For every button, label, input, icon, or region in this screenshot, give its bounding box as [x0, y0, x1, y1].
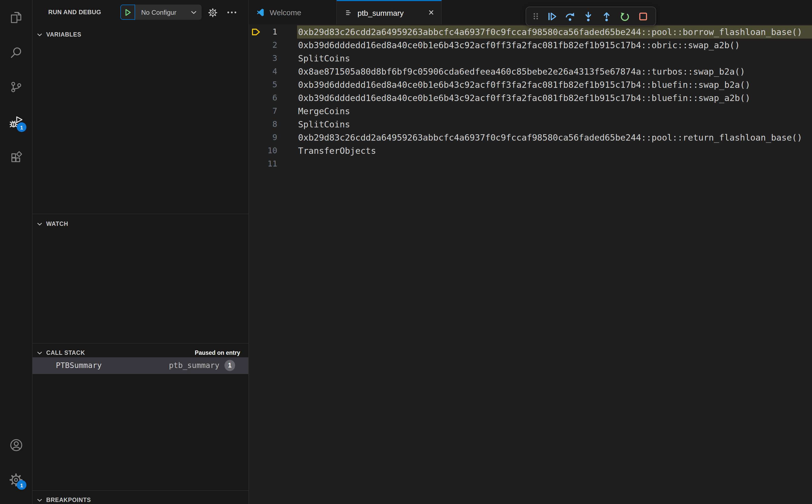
tab-label: ptb_summary: [357, 8, 404, 17]
tab-label: Welcome: [270, 8, 301, 16]
code-text: 0x8ae871505a80d8bf6bf9c05906cda6edfeea46…: [298, 66, 745, 77]
vscode-logo-icon: [256, 8, 265, 16]
breakpoints-section-label: BREAKPOINTS: [46, 497, 91, 503]
variables-section-label: VARIABLES: [46, 31, 81, 38]
code-text: 0xb39d6dddedd16ed8a40ce0b1e6b43c92acf0ff…: [298, 40, 740, 50]
code-line[interactable]: 20xb39d6dddedd16ed8a40ce0b1e6b43c92acf0f…: [249, 39, 812, 52]
call-stack-section-label: CALL STACK: [46, 350, 85, 356]
code-text: MergeCoins: [298, 106, 350, 116]
section-divider: [32, 490, 248, 491]
code-text: 0xb39d6dddedd16ed8a40ce0b1e6b43c92acf0ff…: [298, 93, 750, 103]
code-line[interactable]: 10xb29d83c26cdd2a64959263abbcfc4a6937f0c…: [249, 25, 812, 39]
continue-button[interactable]: [543, 7, 561, 25]
files-icon: [9, 10, 23, 25]
start-debug-button[interactable]: [120, 5, 135, 20]
close-icon[interactable]: ×: [426, 8, 436, 18]
code-line[interactable]: 11: [249, 157, 812, 171]
code-text: TransferObjects: [298, 146, 376, 156]
activity-explorer-button[interactable]: [0, 1, 32, 33]
gear-icon: [207, 7, 218, 18]
variables-section-header[interactable]: VARIABLES: [32, 28, 81, 41]
stop-icon: [638, 11, 649, 22]
ellipsis-icon: [227, 11, 236, 13]
tab-ptb-summary[interactable]: ptb_summary ×: [337, 0, 442, 24]
frame-badge: 1: [224, 360, 235, 371]
line-number[interactable]: 10: [249, 144, 277, 157]
activity-search-button[interactable]: [0, 36, 32, 69]
chevron-down-icon: [37, 33, 42, 36]
activity-bar: 1 1: [0, 0, 32, 504]
search-icon: [9, 45, 23, 60]
settings-badge: 1: [17, 480, 26, 490]
code-line[interactable]: 50xb39d6dddedd16ed8a40ce0b1e6b43c92acf0f…: [249, 78, 812, 91]
step-out-icon: [601, 11, 612, 22]
breakpoints-section-header[interactable]: BREAKPOINTS: [32, 493, 91, 504]
line-number[interactable]: 8: [249, 118, 277, 131]
restart-icon: [620, 11, 631, 22]
activity-account-button[interactable]: [0, 429, 32, 461]
source-control-icon: [9, 79, 23, 94]
code-line[interactable]: 60xb39d6dddedd16ed8a40ce0b1e6b43c92acf0f…: [249, 91, 812, 105]
code-line[interactable]: 8SplitCoins: [249, 118, 812, 131]
line-number[interactable]: 9: [249, 131, 277, 144]
activity-settings-button[interactable]: 1: [0, 463, 32, 496]
call-stack-frame-row[interactable]: PTBSummary ptb_summary 1: [32, 357, 248, 374]
line-number[interactable]: 2: [249, 39, 277, 52]
line-number[interactable]: 6: [249, 91, 277, 105]
restart-button[interactable]: [616, 7, 634, 25]
account-icon: [8, 438, 24, 453]
config-dropdown[interactable]: No Configur: [135, 5, 202, 20]
frame-source: ptb_summary: [169, 357, 219, 374]
step-out-button[interactable]: [598, 7, 616, 25]
chevron-down-icon: [37, 351, 42, 355]
debug-settings-button[interactable]: [207, 7, 218, 18]
code-line[interactable]: 10TransferObjects: [249, 144, 812, 157]
line-number[interactable]: 3: [249, 52, 277, 65]
watch-section-label: WATCH: [46, 221, 68, 227]
line-number[interactable]: 11: [249, 157, 277, 171]
line-number[interactable]: 7: [249, 105, 277, 118]
editor-area: Welcome ptb_summary ×: [249, 0, 812, 504]
section-divider: [32, 343, 248, 344]
debug-toolbar: [526, 7, 656, 26]
tab-welcome[interactable]: Welcome: [249, 0, 337, 24]
list-icon: [345, 9, 353, 17]
step-over-button[interactable]: [561, 7, 579, 25]
step-over-icon: [565, 11, 575, 22]
config-dropdown-value: No Configur: [141, 8, 191, 16]
launch-config-control: No Configur: [120, 5, 202, 20]
code-editor[interactable]: 10xb29d83c26cdd2a64959263abbcfc4a6937f0c…: [249, 24, 812, 504]
toolbar-drag-handle[interactable]: [529, 7, 543, 25]
stop-button[interactable]: [634, 7, 653, 25]
grip-dots-icon: [532, 12, 540, 20]
line-number[interactable]: 4: [249, 65, 277, 78]
code-text: SplitCoins: [298, 53, 350, 63]
debug-badge: 1: [17, 122, 26, 132]
activity-run-debug-button[interactable]: 1: [0, 106, 32, 138]
activity-source-control-button[interactable]: [0, 71, 32, 103]
line-number[interactable]: 5: [249, 78, 277, 91]
extensions-icon: [9, 149, 23, 164]
frame-name: PTBSummary: [56, 357, 102, 374]
code-line[interactable]: 40x8ae871505a80d8bf6bf9c05906cda6edfeea4…: [249, 65, 812, 78]
play-icon: [124, 8, 131, 16]
views-more-actions-button[interactable]: [226, 8, 237, 16]
code-text: 0xb29d83c26cdd2a64959263abbcfc4a6937f0c9…: [298, 132, 802, 143]
activity-extensions-button[interactable]: [0, 140, 32, 173]
code-line[interactable]: 90xb29d83c26cdd2a64959263abbcfc4a6937f0c…: [249, 131, 812, 144]
code-text: 0xb39d6dddedd16ed8a40ce0b1e6b43c92acf0ff…: [298, 80, 750, 90]
line-number[interactable]: 1: [249, 25, 277, 39]
chevron-down-icon: [37, 498, 42, 502]
sidebar-title: RUN AND DEBUG: [48, 0, 101, 24]
code-line[interactable]: 7MergeCoins: [249, 105, 812, 118]
watch-section-header[interactable]: WATCH: [32, 217, 68, 230]
vscode-window: 1 1 RUN AND DEBUG: [0, 0, 812, 504]
code-line[interactable]: 3SplitCoins: [249, 52, 812, 65]
continue-icon: [547, 11, 557, 22]
code-text: 0xb29d83c26cdd2a64959263abbcfc4a6937f0c9…: [298, 27, 802, 37]
chevron-down-icon: [37, 222, 42, 226]
chevron-down-icon: [191, 10, 196, 14]
code-text: SplitCoins: [298, 119, 350, 129]
step-into-button[interactable]: [579, 7, 598, 25]
section-divider: [32, 214, 248, 214]
